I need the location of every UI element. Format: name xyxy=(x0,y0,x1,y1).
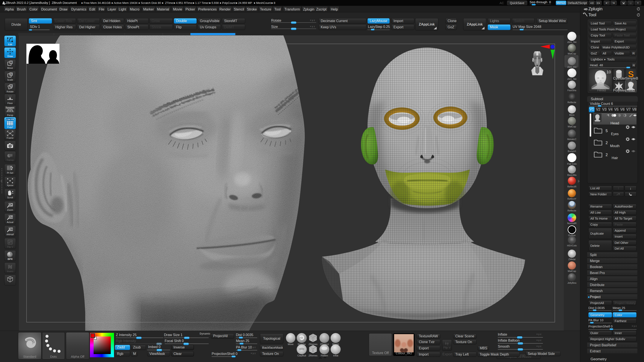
svg-text:x1: x1 xyxy=(11,216,13,218)
svg-text:Dynamic: Dynamic xyxy=(6,107,14,109)
svg-text:S: S xyxy=(10,73,12,76)
svg-text:M: M xyxy=(10,61,12,64)
svg-text:R: R xyxy=(10,84,12,87)
svg-text:×yz: ×yz xyxy=(8,95,12,97)
svg-text:Line Fill: Line Fill xyxy=(6,118,14,120)
